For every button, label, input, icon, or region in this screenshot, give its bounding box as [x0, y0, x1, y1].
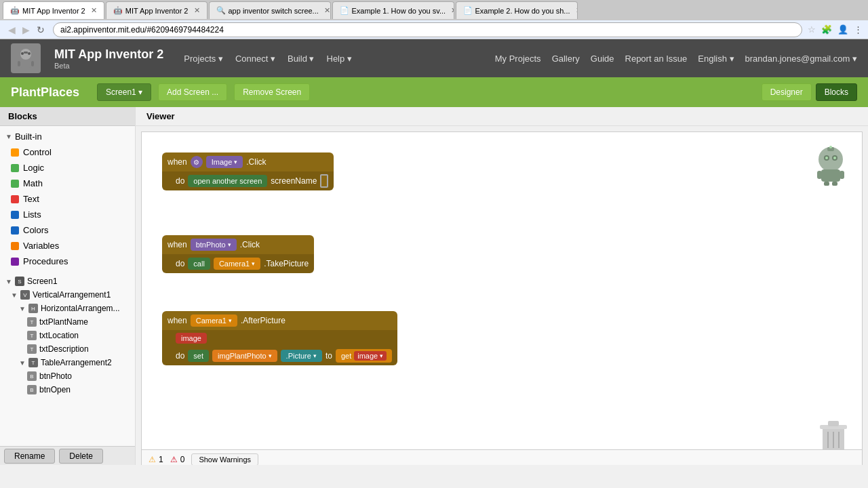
block3-component[interactable]: Camera1 ▾	[191, 314, 237, 327]
btn-open-item[interactable]: B btnOpen	[0, 383, 135, 396]
block-group-3[interactable]: when Camera1 ▾ .AfterPicture image do se…	[162, 311, 397, 365]
tab-5-label: Example 2. How do you sh...	[475, 7, 570, 15]
vertical-arrangement-item[interactable]: ▼ V VerticalArrangement1	[0, 288, 135, 302]
tab-1-close[interactable]: ✕	[91, 6, 97, 15]
svg-point-3	[28, 52, 31, 55]
svg-rect-12	[821, 169, 840, 182]
sidebar-item-colors[interactable]: Colors	[0, 222, 135, 238]
block3-get-param[interactable]: image ▾	[354, 351, 387, 361]
account-icon[interactable]: 👤	[837, 24, 848, 35]
remove-screen-button[interactable]: Remove Screen	[234, 83, 310, 101]
tab-3-favicon: 🔍	[216, 6, 226, 15]
block1-action: open another screen	[188, 175, 267, 187]
block3-param-block: image	[176, 333, 207, 344]
tab-4-close[interactable]: ✕	[451, 6, 454, 15]
gallery-link[interactable]: Gallery	[552, 54, 580, 64]
block2-method: .TakePicture	[264, 259, 309, 268]
tab-5[interactable]: 📄 Example 2. How do you sh... ✕	[456, 1, 578, 19]
block1-when-label: when	[167, 157, 187, 167]
sidebar-item-math[interactable]: Math	[0, 176, 135, 191]
nav-help[interactable]: Help ▾	[327, 54, 352, 64]
block-group-2[interactable]: when btnPhoto ▾ .Click do call Camera1 ▾…	[162, 235, 314, 273]
bookmark-icon[interactable]: ☆	[808, 24, 816, 35]
warn-triangle-icon: ⚠	[149, 455, 156, 464]
ta-expand-icon: ▼	[19, 359, 26, 367]
tab-4-label: Example 1. How do you sv...	[352, 7, 446, 15]
sidebar-item-lists[interactable]: Lists	[0, 207, 135, 222]
delete-button[interactable]: Delete	[59, 449, 103, 464]
blocks-button[interactable]: Blocks	[816, 83, 857, 101]
block3-property[interactable]: .Picture ▾	[281, 350, 322, 362]
tab-5-favicon: 📄	[463, 6, 473, 15]
report-issue-link[interactable]: Report an Issue	[625, 54, 688, 64]
rename-button[interactable]: Rename	[4, 449, 55, 464]
nav-build[interactable]: Build ▾	[288, 54, 315, 64]
block2-camera-component[interactable]: Camera1 ▾	[214, 258, 260, 270]
designer-button[interactable]: Designer	[762, 83, 812, 101]
tab-1-label: MIT App Inventor 2	[22, 7, 85, 15]
tab-2-close[interactable]: ✕	[194, 6, 200, 15]
block1-component[interactable]: Image ▾	[206, 156, 243, 168]
tab-bar: 🤖 MIT App Inventor 2 ✕ 🤖 MIT App Invento…	[0, 0, 868, 20]
sidebar-item-control[interactable]: Control	[0, 144, 135, 160]
tab-3-close[interactable]: ✕	[324, 6, 330, 15]
tab-2-favicon: 🤖	[113, 6, 123, 15]
txt-pn-icon: T	[27, 317, 37, 327]
nav-projects[interactable]: Projects ▾	[184, 54, 223, 64]
address-bar: ◀ ▶ ↻ ☆ 🧩 👤 ⋮	[0, 20, 868, 39]
tab-2[interactable]: 🤖 MIT App Inventor 2 ✕	[106, 1, 208, 19]
guide-link[interactable]: Guide	[591, 54, 614, 64]
project-title: PlantPlaces	[11, 85, 79, 100]
block3-event-row: when Camera1 ▾ .AfterPicture	[162, 311, 397, 330]
block3-target[interactable]: imgPlantPhoto ▾	[212, 350, 277, 362]
va-icon: V	[20, 290, 30, 300]
sidebar-item-logic[interactable]: Logic	[0, 160, 135, 176]
extensions-icon[interactable]: 🧩	[821, 24, 832, 35]
sidebar-content: ▼ Built-in Control Logic Math	[0, 126, 135, 446]
viewer-canvas[interactable]: when ⚙ Image ▾ .Click do open another sc…	[141, 131, 863, 465]
project-bar: PlantPlaces Screen1 ▾ Add Screen ... Rem…	[0, 77, 868, 107]
refresh-icon[interactable]: ↻	[34, 23, 47, 37]
block1-do-row: do open another screen screenName	[162, 171, 334, 190]
screen1-tree-item[interactable]: ▼ S Screen1	[0, 274, 135, 288]
btn-open-label: btnOpen	[39, 385, 71, 394]
sidebar-item-variables[interactable]: Variables	[0, 238, 135, 253]
horizontal-arrangement-item[interactable]: ▼ H HorizontalArrangem...	[0, 302, 135, 315]
language-selector[interactable]: English ▾	[698, 54, 734, 64]
btn-photo-icon: B	[27, 371, 37, 381]
viewer-area: Viewer	[136, 107, 868, 465]
tab-1[interactable]: 🤖 MIT App Inventor 2 ✕	[3, 1, 104, 19]
txt-plant-name-item[interactable]: T txtPlantName	[0, 315, 135, 329]
nav-connect[interactable]: Connect ▾	[235, 54, 275, 64]
sidebar-item-text[interactable]: Text	[0, 191, 135, 207]
block2-call-label: call	[188, 258, 210, 270]
back-icon[interactable]: ◀	[5, 23, 18, 37]
block2-do-row: do call Camera1 ▾ .TakePicture	[162, 254, 314, 273]
sidebar-title: Blocks	[0, 107, 135, 126]
lists-label: Lists	[23, 209, 41, 220]
show-warnings-button[interactable]: Show Warnings	[191, 453, 258, 466]
forward-icon[interactable]: ▶	[20, 23, 33, 37]
txt-loc-icon: T	[27, 331, 37, 340]
my-projects-link[interactable]: My Projects	[495, 54, 541, 64]
tab-4[interactable]: 📄 Example 1. How do you sv... ✕	[332, 1, 454, 19]
user-account[interactable]: brandan.jones@gmail.com ▾	[745, 54, 857, 64]
table-arrangement-item[interactable]: ▼ T TableArrangement2	[0, 356, 135, 369]
txt-description-item[interactable]: T txtDescription	[0, 342, 135, 356]
block2-component[interactable]: btnPhoto ▾	[191, 239, 237, 251]
sidebar-item-procedures[interactable]: Procedures	[0, 253, 135, 269]
viewer-title: Viewer	[136, 107, 868, 126]
txt-location-item[interactable]: T txtLocation	[0, 329, 135, 342]
builtin-header[interactable]: ▼ Built-in	[0, 129, 135, 144]
block3-when-label: when	[167, 316, 187, 325]
warning-count-display: ⚠ 1	[149, 455, 163, 464]
block-group-1[interactable]: when ⚙ Image ▾ .Click do open another sc…	[162, 152, 334, 190]
address-input[interactable]	[53, 22, 802, 37]
btn-photo-item[interactable]: B btnPhoto	[0, 369, 135, 383]
variables-dot	[11, 242, 19, 250]
tab-3[interactable]: 🔍 app inventor switch scree... ✕	[209, 1, 331, 19]
menu-icon[interactable]: ⋮	[854, 24, 863, 35]
add-screen-button[interactable]: Add Screen ...	[158, 83, 227, 101]
screen-selector[interactable]: Screen1 ▾	[97, 83, 151, 101]
tab-5-close[interactable]: ✕	[576, 6, 578, 15]
